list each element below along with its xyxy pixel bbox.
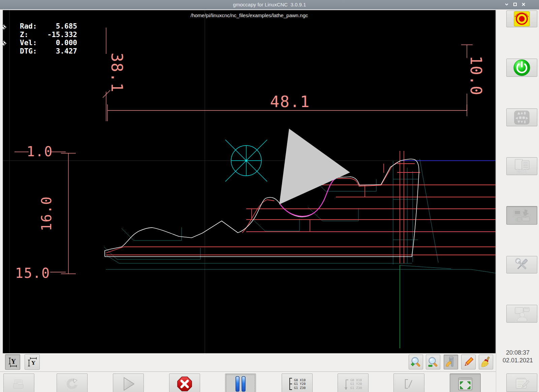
view-y2-button[interactable]: Y [25,354,40,370]
minimize-icon[interactable] [504,2,509,7]
axis-homed-icon [1,40,7,46]
edit-offsets-button[interactable] [461,355,476,369]
jog-pad-icon [514,110,530,125]
edit-gcode-button[interactable] [506,373,537,392]
stop-program-button[interactable] [169,373,200,392]
run-from-gcode-line: G1 Y20 [350,382,362,386]
svg-text:Y: Y [31,360,35,366]
mdi-mode-button[interactable]: MDI [506,157,537,175]
view-y-icon: Y [8,357,18,367]
dim-mid-height: 16.0 [39,196,54,231]
step-gcode-line: G1 Y20 [294,382,306,386]
fullscreen-preview-button[interactable] [450,373,481,392]
maximize-preview-icon [457,377,473,391]
gcode-preview-canvas[interactable]: /home/pi/linuxcnc/nc_files/examples/lath… [3,10,496,353]
optional-block-icon [403,378,415,390]
window-title: gmoccapy for LinuxCNC 3.0.9.1 [0,0,539,9]
machine-on-button[interactable] [506,59,537,77]
reload-file-button[interactable] [57,373,88,392]
pencil-icon [463,356,474,368]
clock-date: 02.01.2021 [497,357,539,364]
view-y2-icon: Y [28,357,37,367]
dim-right-height: 10.0 [467,56,485,96]
tool-measure-button[interactable] [444,355,458,369]
close-icon[interactable] [521,2,526,7]
zoom-out-button[interactable] [426,355,440,369]
title-bar: gmoccapy for LinuxCNC 3.0.9.1 [0,0,539,9]
power-icon [513,59,531,76]
stop-icon [177,376,192,392]
zoom-in-icon [410,356,422,368]
clock-display: 20:08:37 02.01.2021 [497,349,539,364]
step-button[interactable]: G0 X10 G1 Y20 G1 Z30 [282,373,313,392]
step-bracket-icon [289,377,293,391]
mdi-icon: MDI [513,159,531,174]
user-settings-button[interactable] [506,305,537,323]
auto-run-icon [513,208,531,223]
dim-total-width: 48.1 [270,93,310,111]
machine-limit-lines [3,10,496,353]
maximize-icon[interactable] [512,2,518,7]
play-icon [121,376,136,392]
step-gcode-line: G0 X10 [294,378,306,382]
tool-indicator-circle [225,140,267,182]
settings-button[interactable] [506,256,537,273]
pause-program-button[interactable] [225,373,256,392]
run-program-button[interactable] [113,373,144,392]
run-from-gcode-line: G0 X10 [350,378,362,382]
estop-button[interactable]: Emergency-Stop [506,10,537,27]
open-folder-icon [12,379,25,389]
run-from-line-button[interactable]: G0 X10 G1 Y20 G1 Z30 [338,373,369,392]
toolpath-plot[interactable]: 48.1 38.1 10.0 1.0 16.0 15.0 [3,10,496,353]
reload-icon [66,378,78,390]
run-from-gcode-line: G1 Z30 [350,386,362,390]
toolbar-separator [0,371,496,372]
clock-time: 20:08:37 [497,349,539,357]
axis-homed-icon [1,24,7,30]
dim-bottom-value: 15.0 [15,265,50,281]
caliper-icon [445,356,457,368]
open-file-button[interactable] [3,373,34,392]
edit-gcode-icon [514,376,529,390]
svg-text:MDI: MDI [516,168,527,174]
view-y-button[interactable]: Y [5,354,20,370]
broom-icon [480,356,492,368]
sidebar-separator [496,10,496,392]
tool-cone [279,129,350,204]
dim-left-height: 38.1 [108,53,126,93]
run-from-line-icon [344,377,349,391]
user-icon [513,306,531,322]
svg-text:Y: Y [11,358,16,365]
auto-mode-button[interactable] [506,206,537,225]
part-profile [105,159,419,257]
pause-icon [233,376,248,392]
tools-icon [513,257,531,272]
manual-mode-button[interactable] [506,108,537,126]
clear-plot-button[interactable] [479,355,493,369]
zoom-in-button[interactable] [409,355,423,369]
skip-optional-blocks-button[interactable] [393,373,424,392]
emergency-stop-icon: Emergency-Stop [514,11,530,27]
zoom-out-icon [427,356,439,368]
dim-top-offset: 1.0 [27,144,53,159]
step-gcode-line: G1 Z30 [294,386,306,390]
